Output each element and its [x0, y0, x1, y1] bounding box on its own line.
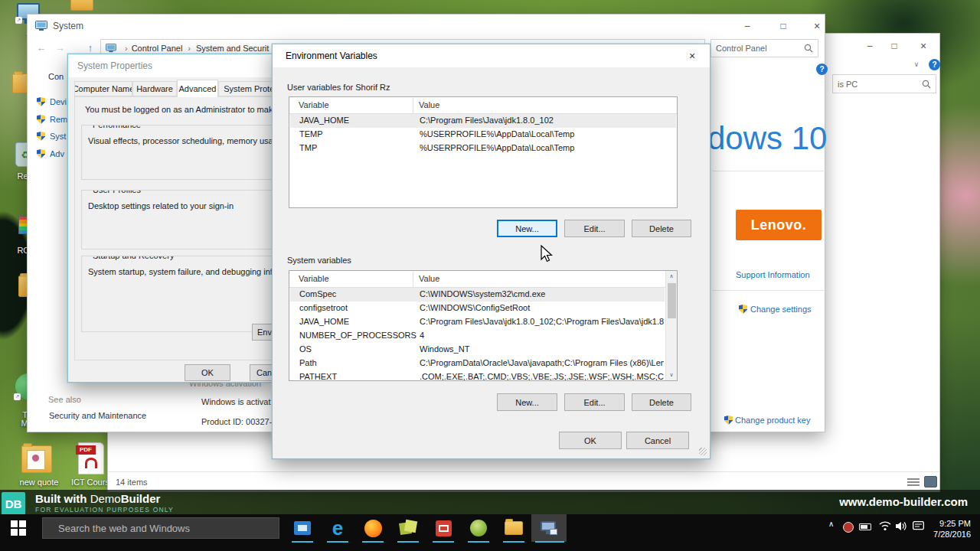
- column-variable[interactable]: Variable: [299, 274, 329, 283]
- watermark-title: Built with DemoBuilder: [35, 492, 160, 505]
- scroll-up-icon[interactable]: ∧: [666, 271, 677, 282]
- desktop-icon-new-quote[interactable]: new quote: [14, 444, 64, 488]
- table-row[interactable]: NUMBER_OF_PROCESSORS 4: [290, 329, 676, 343]
- table-row[interactable]: ComSpec C:\WINDOWS\system32\cmd.exe: [290, 288, 665, 302]
- tray-red-app-icon[interactable]: [843, 522, 854, 533]
- column-variable[interactable]: Variable: [299, 100, 329, 109]
- system-variables-table[interactable]: Variable Value ComSpec C:\WINDOWS\system…: [289, 270, 678, 381]
- variable-name: OS: [299, 344, 312, 354]
- sidebar-item-label: Adv: [50, 149, 64, 158]
- user-delete-button[interactable]: Delete: [632, 220, 691, 237]
- dialog-titlebar[interactable]: System Properties: [68, 54, 275, 77]
- security-maintenance-link[interactable]: Security and Maintenance: [49, 411, 146, 420]
- table-row[interactable]: OS Windows_NT: [290, 343, 676, 357]
- watermark-website: www.demo-builder.com: [839, 495, 968, 508]
- ok-button[interactable]: OK: [185, 364, 230, 381]
- table-row[interactable]: Path C:\ProgramData\Oracle\Java\javapath…: [290, 357, 676, 370]
- volume-icon[interactable]: [896, 521, 908, 531]
- thumbnail-view-icon[interactable]: [924, 476, 937, 487]
- system-new-button[interactable]: New...: [497, 393, 557, 411]
- ok-button[interactable]: OK: [559, 432, 622, 449]
- table-row[interactable]: configsetroot C:\WINDOWS\ConfigSetRoot: [290, 302, 676, 315]
- tab-advanced[interactable]: Advanced: [177, 80, 218, 97]
- divider: [713, 290, 824, 291]
- group-text: Desktop settings related to your sign-in: [88, 201, 234, 210]
- system-delete-button[interactable]: Delete: [632, 393, 691, 411]
- taskbar-android-studio[interactable]: [461, 516, 496, 540]
- sidebar-home[interactable]: Con: [48, 72, 64, 81]
- resize-grip[interactable]: [699, 448, 707, 455]
- folder-tab: [23, 443, 32, 447]
- table-row[interactable]: TEMP %USERPROFILE%\AppData\Local\Temp: [290, 128, 676, 142]
- user-edit-button[interactable]: Edit...: [564, 220, 625, 237]
- support-information-link[interactable]: Support Information: [736, 270, 810, 279]
- watermark-title-part2: Demo: [90, 492, 121, 505]
- user-variables-label: User variables for Shorif Rz: [287, 83, 390, 92]
- help-icon[interactable]: ?: [816, 64, 828, 75]
- minimize-icon[interactable]: –: [860, 39, 880, 53]
- close-icon[interactable]: ×: [681, 47, 704, 64]
- list-view-icon[interactable]: [907, 478, 920, 487]
- dialog-titlebar[interactable]: Environment Variables ×: [273, 44, 710, 67]
- scrollbar-thumb[interactable]: [668, 283, 676, 318]
- taskbar-file-explorer[interactable]: [496, 516, 531, 540]
- variable-value: .COM;.EXE;.BAT;.CMD;.VBS;.VBE;.JS;.JSE;.…: [420, 372, 664, 381]
- wifi-icon[interactable]: [879, 521, 891, 531]
- forward-icon[interactable]: →: [52, 40, 67, 55]
- mouse-cursor: [541, 245, 553, 263]
- back-icon[interactable]: ←: [34, 40, 49, 55]
- variable-name: ComSpec: [299, 289, 336, 298]
- watermark-title-part3: Builder: [121, 492, 161, 505]
- breadcrumb-system-security[interactable]: System and Securit: [196, 44, 269, 53]
- close-icon[interactable]: ×: [913, 39, 933, 53]
- table-header[interactable]: Variable Value: [289, 271, 677, 288]
- taskbar-firefox[interactable]: [355, 516, 390, 540]
- table-row[interactable]: JAVA_HOME C:\Program Files\Java\jdk1.8.0…: [290, 114, 676, 128]
- flower-dot: [32, 455, 39, 461]
- system-window-icon: [35, 21, 47, 31]
- cancel-button[interactable]: Cancel: [626, 432, 689, 449]
- up-icon[interactable]: ↑: [83, 40, 98, 55]
- table-row[interactable]: TMP %USERPROFILE%\AppData\Local\Temp: [290, 142, 676, 155]
- table-row[interactable]: JAVA_HOME C:\Program Files\Java\jdk1.8.0…: [290, 315, 676, 329]
- minimize-icon[interactable]: –: [736, 19, 759, 33]
- tray-clock[interactable]: 9:25 PM 7/28/2016: [917, 518, 971, 540]
- ribbon-chevron-down-icon[interactable]: ∨: [910, 59, 923, 70]
- taskbar-app-blue[interactable]: [285, 516, 320, 540]
- taskbar-search-input[interactable]: Search the web and Windows: [42, 517, 279, 539]
- column-value[interactable]: Value: [419, 100, 439, 109]
- taskbar-system-active[interactable]: [531, 516, 567, 540]
- change-settings-link[interactable]: Change settings: [750, 305, 812, 314]
- pdf-badge: PDF: [76, 445, 96, 455]
- dialog-title: System Properties: [77, 60, 152, 71]
- taskbar-notes[interactable]: [390, 516, 426, 540]
- breadcrumb-control-panel[interactable]: Control Panel: [132, 44, 183, 53]
- system-edit-button[interactable]: Edit...: [564, 393, 625, 411]
- group-label: Performance: [90, 125, 144, 129]
- battery-icon[interactable]: [859, 523, 871, 530]
- scrollbar[interactable]: ∧ ∨: [665, 271, 677, 380]
- desktop-icon-folder-top[interactable]: [70, 0, 93, 11]
- control-panel-search-input[interactable]: Control Panel: [710, 39, 818, 57]
- column-value[interactable]: Value: [419, 274, 439, 283]
- environment-variables-dialog: Environment Variables × User variables f…: [272, 44, 710, 459]
- table-row[interactable]: PATHEXT .COM;.EXE;.BAT;.CMD;.VBS;.VBE;.J…: [290, 370, 676, 381]
- maximize-icon[interactable]: □: [772, 19, 795, 33]
- taskbar-red-app[interactable]: [426, 516, 461, 540]
- explorer-search-input[interactable]: is PC: [832, 74, 936, 93]
- user-new-button[interactable]: New...: [497, 220, 557, 237]
- start-button[interactable]: [11, 520, 26, 536]
- tray-chevron-up-icon[interactable]: ∧: [828, 520, 834, 528]
- system-titlebar[interactable]: System – □ ×: [28, 15, 825, 37]
- taskbar-edge[interactable]: e: [320, 516, 355, 540]
- table-header[interactable]: Variable Value: [289, 97, 677, 114]
- tab-system-protection[interactable]: System Protec: [218, 81, 276, 96]
- tab-computer-name[interactable]: Computer Name: [74, 81, 132, 96]
- tab-hardware[interactable]: Hardware: [132, 81, 177, 96]
- help-icon[interactable]: ?: [929, 59, 940, 70]
- change-product-key-link[interactable]: Change product key: [735, 416, 810, 425]
- maximize-icon[interactable]: □: [884, 39, 904, 53]
- user-variables-table[interactable]: Variable Value JAVA_HOME C:\Program File…: [289, 96, 678, 208]
- scroll-down-icon[interactable]: ∨: [666, 370, 677, 380]
- close-icon[interactable]: ×: [805, 19, 828, 33]
